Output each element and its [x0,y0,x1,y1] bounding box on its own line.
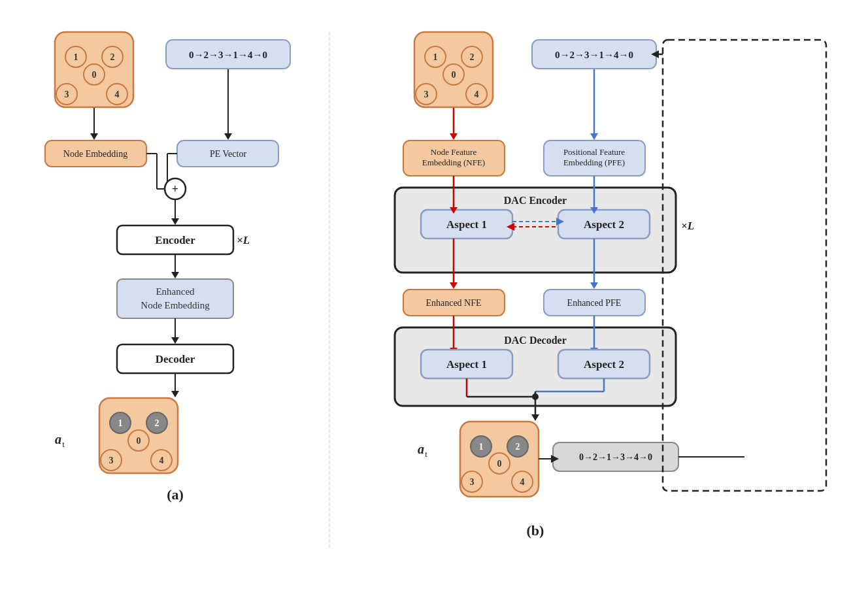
aspect1-dec: Aspect 1 [446,358,487,371]
diagram-svg: 1 2 0 3 4 0→2→3→1→4→0 Node Embedding PE … [16,12,852,581]
sequence-a: 0→2→3→1→4→0 [189,50,267,60]
arrow-dec-to-output [531,414,539,421]
dac-encoder-label: DAC Encoder [504,195,567,206]
decoder-label-a: Decoder [156,353,195,365]
plus-symbol: + [172,182,178,195]
nfe-label: Node Feature [431,147,477,157]
out-node-2-b: 2 [516,442,520,452]
arrow-asp1-to-enhNFE [450,282,458,289]
arrow-plus-to-encoder [171,218,179,225]
out-node-0-b: 0 [497,459,502,469]
dashed-feedback-box [663,40,826,491]
label-b: (b) [527,522,544,539]
arrow-decoder-to-out [171,391,179,397]
svg-text:1: 1 [433,52,438,62]
enhanced-label-a: Enhanced [156,286,195,297]
at-sub: t [62,439,65,449]
out-node-4-b: 4 [520,477,525,487]
label-a: (a) [167,486,184,503]
out-node-4-a: 4 [159,456,164,465]
arrow-enhanced-to-decoder [171,337,179,344]
svg-text:4: 4 [475,90,479,99]
arrow-graph-to-embed [90,133,98,140]
arrow-graph-to-nfe [450,133,458,140]
times-l-b: ×L [681,220,694,232]
svg-text:3: 3 [424,90,429,99]
node-2-a: 2 [110,52,115,62]
graph-a: 1 2 0 3 4 [55,32,133,107]
arrow-enc-to-enhanced [171,272,179,278]
at-label-b: a [418,442,424,456]
node-embedding-label: Node Embedding [63,149,127,159]
sequence-b-in: 0→2→3→1→4→0 [555,50,633,60]
at-sub-b: t [425,449,427,459]
svg-text:2: 2 [470,52,475,62]
node-1-a: 1 [74,52,78,62]
at-label-a: a [55,432,61,446]
aspect2-enc: Aspect 2 [584,218,624,231]
out-node-1-a: 1 [118,418,123,428]
graph-b: 1 2 0 3 4 [414,32,493,107]
arrow-seq-to-pe [224,133,232,140]
enhanced-label-a2: Node Embedding [141,300,210,310]
aspect2-dec: Aspect 2 [584,358,624,371]
dac-decoder-label: DAC Decoder [504,335,567,346]
pfe-label2: Embedding (PFE) [563,158,625,167]
times-l-a: ×L [237,234,250,246]
out-node-3-a: 3 [109,456,114,465]
out-node-0-a: 0 [137,436,141,446]
aspect1-enc: Aspect 1 [446,218,487,231]
out-node-3-b: 3 [470,477,475,487]
enhanced-nfe: Enhanced NFE [426,298,481,308]
node-4-a: 4 [115,90,120,99]
svg-text:0: 0 [452,70,456,80]
pe-vector-label: PE Vector [210,149,246,159]
main-container: 1 2 0 3 4 0→2→3→1→4→0 Node Embedding PE … [16,12,852,588]
enhanced-pfe: Enhanced PFE [567,298,622,308]
arrow-asp2-to-enhPFE [590,282,598,289]
sequence-b-out: 0→2→1→3→4→0 [579,452,652,462]
arrow-seq-to-pfe [590,133,598,140]
out-node-1-b: 1 [479,442,484,452]
out-node-2-a: 2 [155,418,159,428]
node-0-a: 0 [92,70,97,80]
svg-rect-20 [117,279,233,318]
node-3-a: 3 [65,90,69,99]
pfe-label: Positional Feature [563,147,625,157]
nfe-label2: Embedding (NFE) [422,158,485,167]
encoder-label: Encoder [155,234,195,246]
